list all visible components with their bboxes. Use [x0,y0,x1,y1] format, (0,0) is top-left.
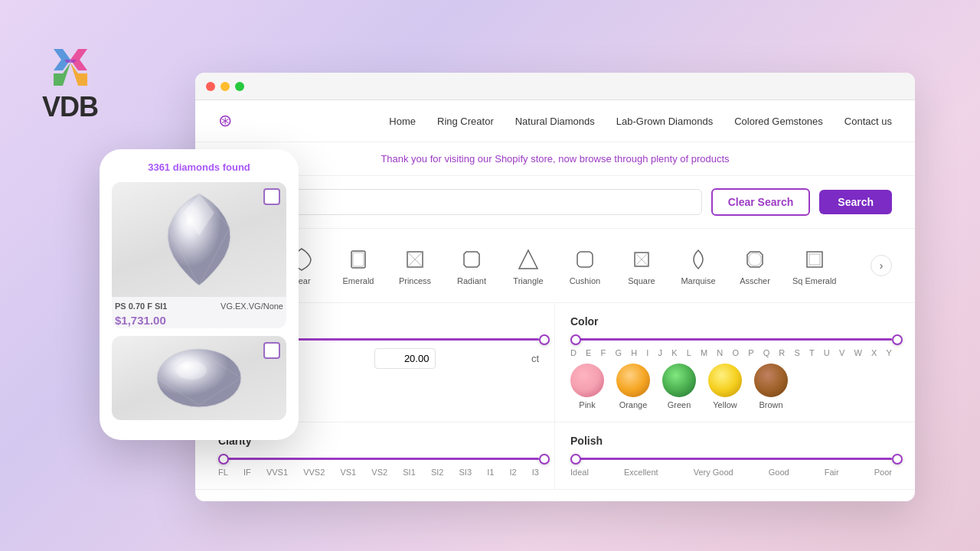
princess-icon [401,246,429,273]
card-1-checkbox[interactable] [263,188,280,205]
princess-label: Princess [399,276,431,285]
shape-asscher[interactable]: Asscher [728,240,782,292]
shape-square[interactable]: Square [615,240,668,292]
gem-pink[interactable]: Pink [570,364,604,409]
weight-color-section: Weight ct Co [195,303,915,422]
diamond-card-2[interactable] [112,336,286,420]
asscher-icon [741,246,769,273]
gem-green-circle [662,364,696,397]
search-button[interactable]: Search [819,190,892,214]
polish-labels: IdealExcellentVery GoodGoodFairPoor [570,468,892,477]
shape-triangle[interactable]: Triangle [501,240,555,292]
pear-diamond-svg [161,190,237,289]
color-slider[interactable] [570,338,892,341]
shape-emerald[interactable]: Emerald [332,240,385,292]
gem-pink-circle [570,364,604,397]
clarity-slider[interactable] [218,458,539,460]
shape-sq-emerald[interactable]: Sq Emerald [785,240,844,292]
marquise-label: Marquise [681,276,715,285]
marquise-icon [684,246,712,273]
shape-section: Oval Pear Emerald [195,229,915,303]
emerald-icon [345,246,372,273]
oval-diamond-svg [153,344,245,412]
gem-orange[interactable]: Orange [616,364,650,409]
diamond-image-2 [112,336,286,420]
weight-unit: ct [531,353,539,364]
emerald-label: Emerald [343,276,374,285]
phone-diamonds-count: 3361 diamonds found [112,161,286,173]
banner: Thank you for visiting our Shopify store… [195,142,915,176]
gem-green-label: Green [668,400,691,409]
sq-emerald-icon [801,246,828,273]
traffic-light-red[interactable] [206,82,215,91]
triangle-label: Triangle [513,276,543,285]
polish-slider[interactable] [570,458,892,460]
search-area: Clear Search Search [195,176,915,229]
browser-window: ⊛ Home Ring Creator Natural Diamonds Lab… [195,73,915,501]
nav-lab-grown[interactable]: Lab-Grown Diamonds [616,116,713,127]
nav-colored-gemstones[interactable]: Colored Gemstones [734,116,823,127]
nav-links: Home Ring Creator Natural Diamonds Lab-G… [389,116,892,127]
gem-yellow-circle [708,364,742,397]
polish-filter: Polish IdealExcellentVery GoodGoodFairPo… [555,422,915,490]
gem-brown-circle [754,364,788,397]
nav-contact[interactable]: Contact us [844,116,892,127]
sq-emerald-label: Sq Emerald [792,276,836,285]
shape-princess[interactable]: Princess [388,240,442,292]
gem-pink-label: Pink [579,400,595,409]
shape-radiant[interactable]: Radiant [445,240,498,292]
gem-orange-circle [616,364,650,397]
browser-titlebar [195,73,915,100]
radiant-label: Radiant [457,276,486,285]
clarity-polish-section: Clarity FLIFVVS1VVS2VS1VS2SI1SI2SI3I1I2I… [195,422,915,490]
gem-brown-label: Brown [759,400,782,409]
diamond-image-1 [112,182,286,297]
gem-green[interactable]: Green [662,364,696,409]
color-labels: DEFGHIJKLMNOPQRSTUVWXY [570,348,892,357]
triangle-icon [514,246,542,273]
traffic-light-green[interactable] [235,82,244,91]
phone-mockup: 3361 diamonds found PS 0.70 [100,149,299,440]
site-logo: ⊛ [218,111,232,131]
svg-point-7 [176,361,207,380]
color-filter: Color DEFGHIJKLMNOPQRSTUVWXY Pink [555,303,915,422]
nav-natural-diamonds[interactable]: Natural Diamonds [515,116,595,127]
polish-title: Polish [570,435,892,447]
nav-ring-creator[interactable]: Ring Creator [437,116,494,127]
weight-max-input[interactable] [374,348,436,369]
vdb-logo-icon [47,46,93,88]
svg-rect-11 [351,251,365,268]
gem-orange-label: Orange [619,400,648,409]
color-title: Color [570,315,892,328]
browser-content: ⊛ Home Ring Creator Natural Diamonds Lab… [195,100,915,501]
gem-yellow[interactable]: Yellow [708,364,742,409]
shape-items: Oval Pear Emerald [218,240,871,292]
clarity-labels: FLIFVVS1VVS2VS1VS2SI1SI2SI3I1I2I3 [218,468,539,477]
card-1-grade: VG.EX.VG/None [220,302,283,311]
svg-marker-16 [519,250,537,269]
site-nav: ⊛ Home Ring Creator Natural Diamonds Lab… [195,100,915,142]
clear-search-button[interactable]: Clear Search [711,188,811,216]
card-2-checkbox[interactable] [263,342,280,359]
colored-gems: Pink Orange Green Yellow [570,364,892,409]
svg-rect-22 [809,254,820,265]
traffic-light-yellow[interactable] [220,82,230,91]
shape-row: Oval Pear Emerald [218,240,892,292]
vdb-logo-text: VDB [42,91,98,123]
svg-rect-17 [577,252,593,267]
radiant-icon [458,246,485,273]
shape-cushion[interactable]: Cushion [558,240,612,292]
gem-brown[interactable]: Brown [754,364,788,409]
diamond-card-1[interactable]: PS 0.70 F SI1 VG.EX.VG/None $1,731.00 [112,182,286,328]
square-icon [628,246,655,273]
vdb-logo: VDB [42,46,98,123]
svg-rect-12 [353,253,364,266]
cushion-icon [571,246,599,273]
nav-home[interactable]: Home [389,116,416,127]
card-1-spec: PS 0.70 F SI1 [115,302,167,311]
card-1-info: PS 0.70 F SI1 VG.EX.VG/None [112,297,286,312]
shape-next-button[interactable]: › [871,255,892,276]
gem-yellow-label: Yellow [713,400,737,409]
shape-marquise[interactable]: Marquise [671,240,725,292]
asscher-label: Asscher [740,276,770,285]
